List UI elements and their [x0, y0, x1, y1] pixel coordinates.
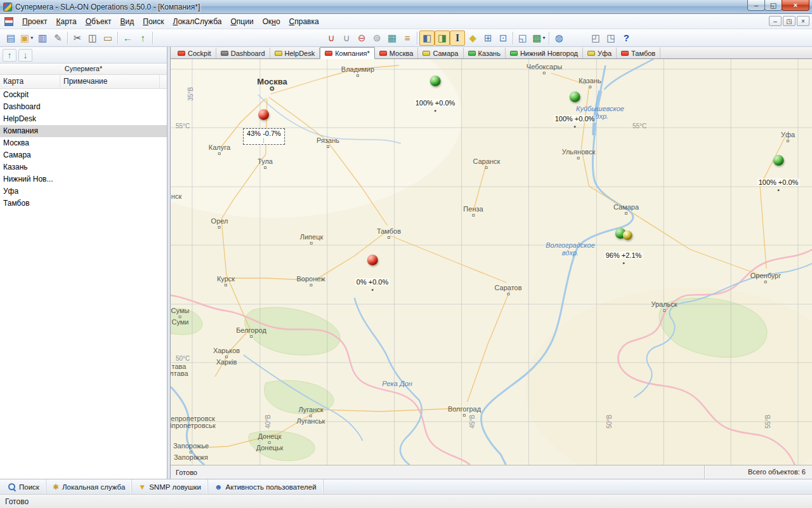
link-objects-button[interactable]: ∪ — [324, 30, 339, 46]
tab-moskva[interactable]: Москва — [375, 48, 419, 58]
status-ball-icon — [367, 255, 377, 265]
panel-tab-user-activity[interactable]: ☻Активность пользователей — [208, 479, 324, 494]
marker-samara[interactable]: 96% +2.1% — [605, 228, 643, 264]
child-window-icon[interactable] — [4, 17, 13, 26]
city-samara: Самара — [613, 204, 639, 215]
column-header-filler — [160, 75, 167, 88]
city-dot-icon — [264, 166, 266, 169]
marker-nizhniy-novgorod[interactable]: 100% +0.0% — [414, 76, 457, 112]
menu-object[interactable]: Объект — [81, 15, 116, 29]
toolbar: ▤ ▣▾ ▥ ✎ ✂ ◫ ▭ ← ↑ ∪ ∪ ⊖ ⊚ ▦ ≡ ◧ ◨ I ◆ ⊞… — [0, 29, 812, 47]
menu-view[interactable]: Вид — [116, 15, 139, 29]
sidebar-row-samara[interactable]: Самара — [0, 149, 167, 161]
search-icon — [8, 483, 16, 491]
show-objects-button[interactable]: ◆ — [465, 30, 480, 46]
marker-kazan[interactable]: 100% +0.0% — [554, 91, 596, 128]
toggle-map-list-button[interactable]: ◧ — [419, 30, 435, 46]
tab-label: Нижний Новгород — [520, 50, 578, 57]
menu-map[interactable]: Карта — [52, 15, 81, 29]
help-button[interactable]: ? — [619, 30, 634, 46]
globe-link-button[interactable]: ◍ — [551, 30, 566, 46]
anchor-dot-icon — [371, 289, 373, 291]
status-ball-icon — [430, 76, 441, 86]
panel-tab-label: SNMP ловушки — [149, 483, 201, 491]
move-down-button[interactable]: ↓ — [18, 49, 32, 62]
tab-label: Dashboard — [231, 50, 265, 57]
sidebar-row-dashboard[interactable]: Dashboard — [0, 101, 167, 113]
nav-up-button[interactable]: ↑ — [135, 30, 150, 46]
titlebar: Супермега - SLA-ON Operations 3.50.0 - [… — [0, 0, 812, 14]
object-state-button[interactable]: ⊚ — [369, 30, 384, 46]
city-dot-icon — [327, 145, 329, 148]
sidebar-row-helpdesk[interactable]: HelpDesk — [0, 113, 167, 125]
cut-button[interactable]: ✂ — [70, 30, 85, 46]
tab-helpdesk[interactable]: HelpDesk — [270, 48, 320, 58]
sidebar-row-kazan[interactable]: Казань — [0, 161, 167, 173]
remove-object-button[interactable]: ⊖ — [354, 30, 369, 46]
marker-moskva[interactable]: 43% -0.7% — [243, 109, 285, 145]
mdi-close-button[interactable]: × — [797, 16, 809, 26]
mdi-minimize-button[interactable]: – — [769, 16, 782, 26]
minimize-button[interactable]: – — [747, 0, 765, 11]
city-dot-icon — [225, 284, 227, 286]
new-map-button[interactable]: ▤ — [3, 30, 18, 46]
pencil-icon: ✎ — [54, 33, 62, 43]
panel-tab-search[interactable]: Поиск — [1, 479, 46, 494]
restore-button[interactable]: ◱ — [764, 0, 782, 11]
status-led-icon — [325, 51, 332, 56]
sidebar-row-cockpit[interactable]: Cockpit — [0, 89, 167, 101]
save-map-button[interactable]: ▥ — [35, 30, 50, 46]
toggle-legend-button[interactable]: ◨ — [435, 30, 450, 46]
menu-window[interactable]: Окно — [258, 15, 285, 29]
panel-tab-local-service[interactable]: ✱Локальная служба — [46, 479, 132, 494]
tab-samara[interactable]: Самара — [418, 48, 463, 58]
city-bryansk-clipped: нск — [171, 193, 181, 200]
tab-dashboard[interactable]: Dashboard — [216, 48, 270, 58]
tab-kazan[interactable]: Казань — [464, 48, 506, 58]
sidebar-row-kompaniya[interactable]: Компания — [0, 125, 167, 137]
sidebar-row-ufa[interactable]: Уфа — [0, 185, 167, 197]
column-header-map[interactable]: Карта — [0, 75, 60, 88]
edit-tools-button[interactable]: ✎ — [50, 30, 65, 46]
sidebar-row-tambov[interactable]: Тамбов — [0, 197, 167, 210]
tab-tambov[interactable]: Тамбов — [617, 48, 660, 58]
fullscreen-button[interactable]: ◱ — [515, 30, 530, 46]
tab-nizhniy-novgorod[interactable]: Нижний Новгород — [506, 48, 583, 58]
status-led-icon — [178, 51, 185, 56]
move-up-button[interactable]: ↑ — [3, 49, 16, 62]
menu-help[interactable]: Справка — [285, 15, 324, 29]
paste-button[interactable]: ▭ — [100, 30, 115, 46]
globe-icon: ◍ — [555, 33, 563, 43]
table-view-button[interactable]: ⊡ — [495, 30, 511, 46]
menu-search[interactable]: Поиск — [138, 15, 168, 29]
unlink-objects-button[interactable]: ∪ — [339, 30, 354, 46]
insert-picture-button[interactable]: ▦ — [384, 30, 400, 46]
arrange-windows-button[interactable]: ◳ — [603, 30, 619, 46]
menu-project[interactable]: Проект — [18, 15, 52, 29]
close-button[interactable]: × — [782, 0, 809, 11]
add-panel-button[interactable]: ▩▾ — [530, 30, 547, 46]
tab-kompaniya[interactable]: Компания* — [320, 47, 375, 59]
open-map-button[interactable]: ▣▾ — [18, 30, 35, 46]
table-add-button[interactable]: ⊞ — [480, 30, 495, 46]
marker-tambov[interactable]: 0% +0.0% — [355, 255, 390, 291]
copy-button[interactable]: ◫ — [85, 30, 100, 46]
tab-cockpit[interactable]: Cockpit — [173, 48, 216, 58]
sidebar-row-moskva[interactable]: Москва — [0, 137, 167, 149]
mdi-restore-button[interactable]: ◳ — [783, 16, 796, 26]
tab-ufa[interactable]: Уфа — [583, 48, 617, 58]
marker-label: 96% +2.1% — [605, 251, 643, 259]
insert-comment-button[interactable]: ≡ — [400, 30, 415, 46]
map-canvas[interactable]: Москва Владимир Чебоксары Казань Уфа Ряз… — [171, 59, 812, 465]
new-window-button[interactable]: ◰ — [588, 30, 603, 46]
menu-local-service[interactable]: ЛокалСлужба — [169, 15, 226, 29]
menu-options[interactable]: Опции — [226, 15, 258, 29]
city-dot-icon — [310, 284, 312, 286]
column-header-note[interactable]: Примечание — [60, 75, 160, 88]
sidebar-row-nizhniy-novgorod[interactable]: Нижний Нов... — [0, 173, 167, 185]
panel-tab-snmp-traps[interactable]: ▼SNMP ловушки — [132, 479, 208, 494]
marker-ufa[interactable]: 100% +0.0% — [757, 155, 800, 191]
window-icon: ◰ — [591, 33, 600, 43]
nav-back-button[interactable]: ← — [120, 30, 135, 46]
toggle-values-button[interactable]: I — [450, 30, 465, 46]
